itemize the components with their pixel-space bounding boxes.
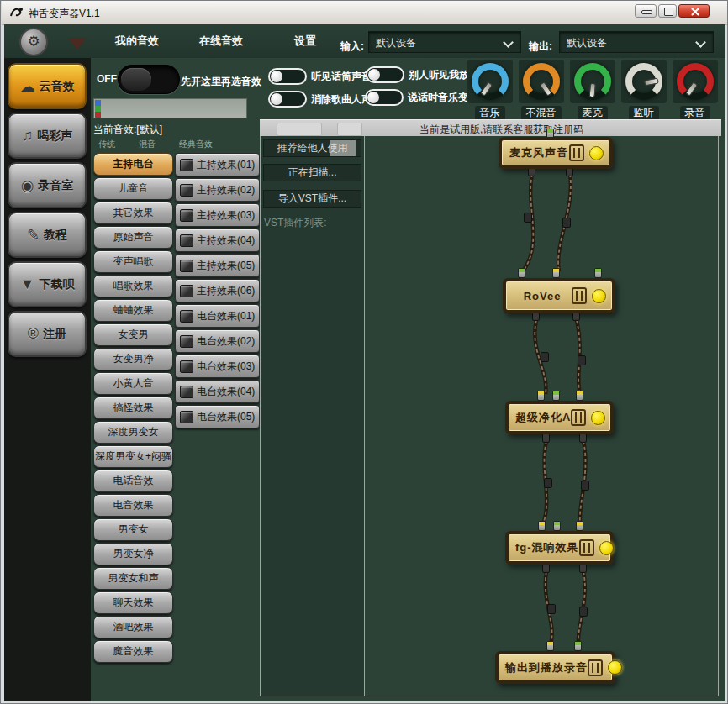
volume-knob[interactable]: 录音 (671, 60, 719, 121)
effect-category-button[interactable]: 小黄人音 (93, 372, 173, 395)
effect-category-button[interactable]: 变声唱歌 (93, 250, 173, 273)
effect-preset-button[interactable]: 主持效果(03) (175, 203, 260, 227)
toggle-switch[interactable] (268, 91, 307, 108)
node-purifier[interactable]: 超级净化A (505, 401, 614, 434)
node-pin[interactable] (594, 268, 602, 278)
gear-menu-button[interactable]: ⚙ (19, 28, 48, 56)
effect-preset-button[interactable]: 主持效果(06) (175, 279, 260, 302)
effect-preset-button[interactable]: 主持效果(02) (175, 178, 260, 202)
knob-dial[interactable] (621, 60, 667, 103)
notice-button[interactable] (277, 123, 322, 136)
knob-dial[interactable] (519, 60, 564, 103)
node-pin[interactable] (576, 521, 583, 531)
effect-category-button[interactable]: 唱歌效果 (93, 275, 173, 297)
node-reverb[interactable]: fg-混响效果 (505, 531, 614, 565)
chevron-down-icon[interactable] (68, 38, 87, 50)
effect-preset-button[interactable]: 电台效果(03) (175, 355, 260, 378)
toggle-switch[interactable] (366, 66, 404, 83)
titlebar[interactable]: 神舌变声器V1.1 (2, 1, 728, 25)
node-led[interactable] (591, 411, 605, 425)
effect-category-button[interactable]: 男变女净 (93, 543, 173, 565)
chevron-down-icon (503, 37, 514, 48)
input-device-dropdown[interactable]: 默认设备 (368, 31, 521, 53)
speaker-cube-icon (180, 386, 193, 398)
bypass-icon[interactable] (579, 539, 594, 556)
notice-button[interactable] (337, 123, 362, 136)
sidebar-button[interactable]: ♫ 喝彩声 (8, 113, 87, 159)
minimize-button[interactable] (635, 4, 657, 18)
node-label: fg-混响效果 (515, 540, 579, 555)
vst-panel-button[interactable]: 导入VST插件... (263, 190, 361, 208)
node-pin[interactable] (574, 641, 582, 651)
sidebar-button[interactable]: ◉ 录音室 (8, 162, 87, 208)
effect-category-button[interactable]: 电音效果 (93, 494, 173, 517)
bypass-icon[interactable] (588, 659, 603, 676)
sidebar-button[interactable]: ☁ 云音效 (8, 63, 87, 109)
effect-category-button[interactable]: 女变男净 (93, 348, 173, 370)
node-pin[interactable] (552, 391, 560, 401)
sidebar-button[interactable]: ▼ 下载呗 (8, 261, 87, 307)
knob-dial[interactable] (673, 60, 718, 103)
sidebar-button[interactable]: ® 注册 (8, 311, 87, 357)
nav-tab[interactable]: 在线音效 (179, 24, 263, 58)
node-microphone[interactable]: 麦克风声音 (499, 137, 613, 169)
effect-category-button[interactable]: 其它效果 (93, 202, 173, 224)
effect-preset-button[interactable]: 电台效果(04) (175, 380, 260, 403)
volume-knob[interactable]: 监听 (620, 60, 667, 121)
vst-panel-button[interactable]: 正在扫描... (263, 164, 361, 181)
bypass-icon[interactable] (571, 409, 586, 426)
bypass-icon[interactable] (569, 144, 584, 161)
effect-preset-button[interactable]: 电台效果(02) (175, 329, 260, 353)
effect-category-button[interactable]: 聊天效果 (93, 591, 173, 614)
knob-dial[interactable] (570, 60, 615, 103)
node-pin[interactable] (576, 391, 583, 401)
node-pin[interactable] (546, 641, 554, 651)
volume-knob[interactable]: 不混音 (517, 60, 565, 121)
effect-category-button[interactable]: 深度男变女+闷骚 (93, 445, 173, 468)
sidebar-button[interactable]: ✎ 教程 (8, 212, 87, 258)
volume-knob[interactable]: 麦克 (568, 60, 616, 121)
node-led[interactable] (589, 146, 604, 160)
effect-category-button[interactable]: 魔音效果 (93, 640, 173, 663)
effect-category-button[interactable]: 主持电台 (93, 153, 173, 176)
node-pin[interactable] (552, 268, 560, 278)
effect-category-button[interactable]: 儿童音 (93, 177, 173, 200)
node-pin[interactable] (553, 521, 561, 531)
nav-tab[interactable]: 设置 (263, 24, 347, 58)
node-output[interactable]: 输出到播放录音 (495, 651, 615, 684)
volume-knob[interactable]: 音乐 (466, 60, 514, 121)
vst-list-label: VST插件列表: (264, 216, 364, 230)
output-device-dropdown[interactable]: 默认设备 (559, 31, 714, 53)
effect-category-button[interactable]: 电话音效 (93, 470, 173, 492)
maximize-button[interactable] (658, 4, 677, 18)
node-led[interactable] (592, 289, 606, 303)
toggle-switch[interactable] (365, 89, 404, 106)
knob-dial[interactable] (467, 60, 513, 103)
effect-category-button[interactable]: 深度男变女 (93, 421, 173, 444)
effect-preset-button[interactable]: 主持效果(01) (175, 153, 260, 176)
node-led[interactable] (599, 541, 614, 555)
nav-tab[interactable]: 我的音效 (95, 24, 179, 58)
bypass-icon[interactable] (572, 287, 587, 304)
effect-category-button[interactable]: 蛐蛐效果 (93, 299, 173, 322)
node-rovee[interactable]: RoVee (503, 278, 615, 313)
effect-category-button[interactable]: 男变女 (93, 518, 173, 541)
node-led[interactable] (608, 660, 622, 675)
effect-preset-button[interactable]: 电台效果(01) (175, 304, 260, 328)
master-power-toggle[interactable] (118, 65, 180, 94)
node-pin[interactable] (518, 268, 525, 278)
effect-category-button[interactable]: 原始声音 (93, 226, 173, 249)
toggle-switch[interactable] (268, 68, 307, 85)
effect-category-button[interactable]: 男变女和声 (93, 567, 173, 590)
effect-category-button[interactable]: 搞怪效果 (93, 397, 173, 419)
register-icon: ® (28, 325, 39, 343)
close-button[interactable] (678, 4, 710, 18)
node-pin[interactable] (537, 391, 545, 401)
effect-preset-button[interactable]: 主持效果(05) (175, 254, 260, 277)
node-pin[interactable] (538, 521, 546, 531)
effect-preset-button[interactable]: 电台效果(05) (175, 405, 260, 428)
effect-category-button[interactable]: 女变男 (93, 323, 173, 346)
effect-category-button[interactable]: 酒吧效果 (93, 616, 173, 638)
vst-panel-button[interactable]: 推荐给他人使用 (263, 139, 361, 157)
effect-preset-button[interactable]: 主持效果(04) (175, 229, 260, 252)
